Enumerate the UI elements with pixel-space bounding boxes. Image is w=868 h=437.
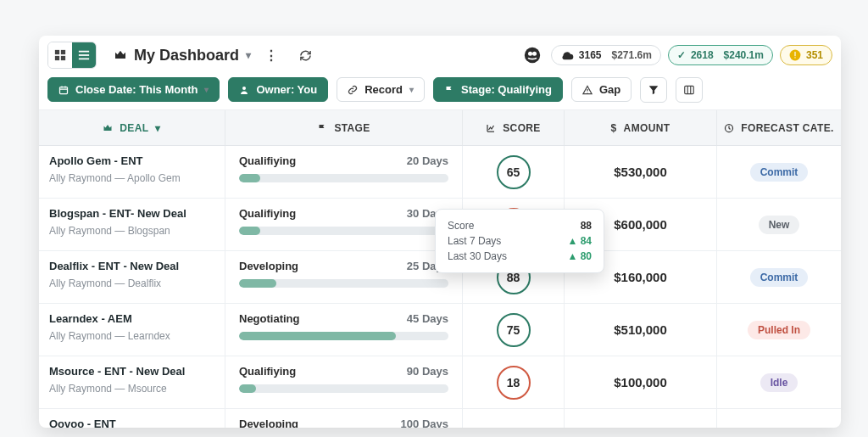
filter-owner-label: Owner: You (256, 83, 317, 96)
more-menu-button[interactable]: ⋮ (258, 42, 285, 68)
summary-pill-total[interactable]: 3165 $271.6m (551, 45, 661, 65)
warning-icon (582, 85, 593, 95)
cell-forecast: Pulled In (717, 304, 841, 356)
summary-pill-risk[interactable]: 351 (780, 45, 832, 65)
table-row[interactable]: Oovoo - ENTDeveloping100 Days (39, 409, 841, 428)
filter-gap-label: Gap (599, 83, 620, 96)
cell-deal: Dealflix - ENT - New DealAlly Raymond — … (39, 251, 225, 303)
filter-record[interactable]: Record ▾ (337, 77, 425, 102)
svg-rect-12 (794, 57, 795, 58)
view-toggle (47, 42, 97, 69)
filter-advanced-button[interactable] (640, 77, 667, 103)
svg-rect-6 (79, 59, 89, 60)
stage-name: Qualifiying (239, 154, 296, 167)
filter-gap[interactable]: Gap (571, 77, 632, 102)
tooltip-score-label: Score (448, 220, 474, 232)
stage-name: Qualifiying (239, 207, 296, 220)
column-forecast[interactable]: FORECAST CATE. (717, 110, 841, 145)
table-row[interactable]: Msource - ENT - New DealAlly Raymond — M… (39, 356, 841, 409)
score-ring[interactable]: 75 (497, 313, 531, 347)
summary-total-amount: $271.6m (612, 49, 652, 61)
svg-rect-11 (794, 52, 795, 56)
deal-subtitle: Ally Raymond — Apollo Gem (49, 172, 214, 184)
column-amount[interactable]: $ AMOUNT (565, 110, 717, 145)
deal-title: Dealflix - ENT - New Deal (49, 260, 214, 272)
refresh-button[interactable] (292, 42, 319, 68)
filter-owner[interactable]: Owner: You (228, 77, 328, 102)
chevron-down-icon: ▾ (246, 49, 251, 61)
deal-title: Oovoo - ENT (49, 417, 214, 428)
column-stage[interactable]: STAGE (225, 110, 463, 145)
amount-value: $600,000 (614, 217, 667, 232)
filter-close-date-label: Close Date: This Month (75, 83, 198, 96)
topbar: My Dashboard ▾ ⋮ 3165 $271.6m ✓ 2618 $24… (39, 36, 841, 75)
summary-pill-won[interactable]: ✓ 2618 $240.1m (668, 45, 773, 65)
tooltip-score-value: 88 (581, 220, 592, 232)
flag-icon (317, 123, 327, 133)
crown-icon (114, 48, 127, 62)
table-row[interactable]: Apollo Gem - ENTAlly Raymond — Apollo Ge… (39, 146, 841, 199)
stage-progress-bar (239, 384, 448, 393)
score-ring[interactable]: 18 (497, 366, 531, 400)
user-avatar[interactable] (520, 43, 544, 67)
svg-rect-5 (79, 54, 89, 56)
cell-forecast: Commit (717, 251, 841, 303)
dollar-icon: $ (611, 122, 617, 134)
cell-deal: Blogspan - ENT- New DealAlly Raymond — B… (39, 199, 225, 250)
stage-progress-bar (239, 332, 448, 340)
tooltip-l30-value: ▲ 80 (567, 250, 592, 262)
tooltip-l7-label: Last 7 Days (448, 235, 501, 247)
columns-button[interactable] (676, 77, 703, 103)
cell-amount (565, 409, 717, 428)
flag-icon (444, 85, 454, 95)
score-ring[interactable]: 65 (497, 155, 531, 189)
cell-score: 18 (463, 356, 565, 408)
grid-view-button[interactable] (48, 42, 72, 68)
forecast-tag[interactable]: Pulled In (748, 321, 810, 339)
dashboard-panel: My Dashboard ▾ ⋮ 3165 $271.6m ✓ 2618 $24… (39, 36, 841, 428)
column-deal[interactable]: DEAL ▾ (39, 110, 225, 145)
cell-stage: Negotiating45 Days (225, 304, 463, 356)
filter-close-date[interactable]: Close Date: This Month ▾ (47, 77, 220, 102)
stage-days: 20 Days (407, 154, 448, 167)
stage-name: Qualifiying (239, 365, 296, 378)
svg-point-14 (242, 87, 246, 90)
amount-value: $530,000 (614, 165, 667, 179)
list-view-button[interactable] (72, 42, 96, 68)
crown-icon (103, 123, 113, 133)
user-icon (239, 85, 249, 95)
cell-amount: $510,000 (565, 304, 717, 356)
clock-icon (724, 123, 734, 133)
table-row[interactable]: Dealflix - ENT - New DealAlly Raymond — … (39, 251, 841, 304)
summary-won-count: 2618 (691, 49, 714, 61)
forecast-tag[interactable]: New (759, 216, 800, 234)
amount-value: $510,000 (614, 322, 667, 337)
cell-forecast: Commit (717, 146, 841, 198)
stage-days: 100 Days (401, 417, 448, 428)
score-tooltip: Score88Last 7 Days▲ 84Last 30 Days▲ 80 (435, 209, 604, 273)
svg-rect-0 (55, 50, 59, 54)
deal-title: Blogspan - ENT- New Deal (49, 207, 214, 220)
calendar-icon (58, 85, 69, 95)
deal-title: Learndex - AEM (49, 312, 214, 325)
filter-bar: Close Date: This Month ▾ Owner: You Reco… (39, 75, 841, 110)
chevron-down-icon: ▾ (204, 85, 209, 94)
deal-subtitle: Ally Raymond — Dealflix (49, 277, 214, 289)
summary-won-amount: $240.1m (724, 49, 764, 61)
filter-stage[interactable]: Stage: Qualifying (433, 77, 563, 102)
chevron-down-icon: ▾ (155, 122, 160, 134)
forecast-tag[interactable]: Commit (750, 268, 809, 287)
summary-total-count: 3165 (579, 49, 602, 61)
svg-point-7 (525, 48, 540, 63)
cell-deal: Apollo Gem - ENTAlly Raymond — Apollo Ge… (39, 146, 225, 198)
column-score[interactable]: SCORE (463, 110, 565, 145)
cell-stage: Qualifiying20 Days (225, 146, 463, 198)
deal-title: Apollo Gem - ENT (49, 154, 214, 167)
forecast-tag[interactable]: Idle (760, 373, 798, 392)
stage-progress-bar (239, 279, 448, 288)
dashboard-selector[interactable]: My Dashboard ▾ (114, 47, 251, 64)
svg-rect-1 (61, 50, 65, 54)
forecast-tag[interactable]: Commit (750, 163, 809, 182)
deal-title: Msource - ENT - New Deal (49, 365, 214, 378)
table-row[interactable]: Learndex - AEMAlly Raymond — LearndexNeg… (39, 304, 841, 356)
